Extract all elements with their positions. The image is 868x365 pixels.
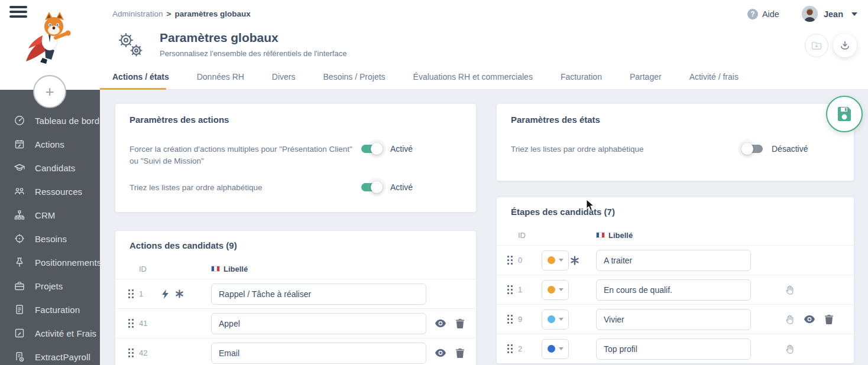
toggle-switch[interactable] <box>743 145 763 153</box>
sidebar-item-ressources[interactable]: Ressources <box>0 180 100 203</box>
libelle-input[interactable] <box>211 313 426 334</box>
delete-button[interactable] <box>456 319 464 328</box>
sidebar-item-crm[interactable]: CRM <box>0 203 100 227</box>
breadcrumb-administration[interactable]: Administration <box>112 9 163 18</box>
table-row: 0 <box>497 245 854 275</box>
tab-evaluations[interactable]: Évaluations RH et commerciales <box>413 72 533 89</box>
tab-actions-etats[interactable]: Actions / états <box>112 72 169 89</box>
import-folder-button[interactable] <box>805 34 828 57</box>
toggle-switch[interactable] <box>361 145 381 153</box>
sidebar-item-activite-et-frais[interactable]: Activité et Frais <box>0 321 100 345</box>
toggle-state-label: Désactivé <box>772 144 808 154</box>
color-dot <box>548 286 555 294</box>
libelle-input[interactable] <box>211 283 426 305</box>
drag-handle-icon[interactable] <box>507 315 513 324</box>
french-flag-icon <box>211 266 220 272</box>
asterisk-icon <box>175 289 184 298</box>
sidebar: + Tableau de bord Actions Candidats Ress… <box>0 0 100 365</box>
table-row: 9 <box>497 304 854 334</box>
tab-divers[interactable]: Divers <box>272 72 296 89</box>
libelle-input[interactable] <box>596 309 751 330</box>
color-select[interactable] <box>542 280 569 300</box>
color-select[interactable] <box>542 250 569 271</box>
download-button[interactable] <box>833 34 857 57</box>
target-icon <box>13 232 26 245</box>
user-name[interactable]: Jean <box>824 9 843 19</box>
tab-besoins-projets[interactable]: Besoins / Projets <box>323 72 386 89</box>
tab-bar: Actions / états Données RH Divers Besoin… <box>112 72 766 89</box>
sidebar-item-besoins[interactable]: Besoins <box>0 227 100 250</box>
plus-icon: + <box>45 84 54 99</box>
toggle-switch[interactable] <box>361 183 381 191</box>
drag-handle-icon[interactable] <box>128 348 134 357</box>
document-clock-icon <box>13 350 26 363</box>
caret-down-icon <box>559 259 563 262</box>
drag-hand-button[interactable] <box>785 314 794 324</box>
question-icon: ? <box>747 9 758 19</box>
drag-handle-icon[interactable] <box>128 289 134 298</box>
libelle-input[interactable] <box>596 250 751 271</box>
card-parametres-des-etats: Paramètres des états Triez les listes pa… <box>497 104 854 181</box>
delete-button[interactable] <box>456 348 464 358</box>
libelle-input[interactable] <box>596 279 751 301</box>
sidebar-item-positionnements[interactable]: Positionnements <box>0 250 100 274</box>
french-flag-icon <box>596 232 605 238</box>
setting-row: Triez les listes par ordre alphabétique … <box>511 144 840 155</box>
user-avatar[interactable] <box>802 6 818 22</box>
table-row: 42 <box>115 338 476 365</box>
visibility-button[interactable] <box>435 349 446 357</box>
graduation-cap-icon <box>13 161 26 174</box>
folder-download-icon <box>811 40 822 51</box>
hand-icon <box>785 344 794 354</box>
invoice-icon <box>13 303 26 316</box>
column-header-id: ID <box>518 231 542 240</box>
sitemap-icon <box>13 208 26 221</box>
hand-icon <box>785 314 794 324</box>
libelle-input[interactable] <box>211 343 426 364</box>
delete-button[interactable] <box>825 315 833 324</box>
visibility-button[interactable] <box>804 315 815 323</box>
chevron-down-icon[interactable] <box>851 12 857 16</box>
color-dot <box>548 256 555 264</box>
setting-row: Forcer la création d'actions multiples p… <box>129 144 462 167</box>
card-title: Paramètres des actions <box>129 115 462 125</box>
color-select[interactable] <box>542 309 569 330</box>
tab-partager[interactable]: Partager <box>630 72 662 89</box>
setting-row: Triez les listes par ordre alphabétique … <box>129 182 462 194</box>
sidebar-item-projets[interactable]: Projets <box>0 274 100 298</box>
add-button[interactable]: + <box>33 75 66 108</box>
drag-handle-icon[interactable] <box>507 344 513 353</box>
eye-icon <box>435 320 446 327</box>
lightning-bolt-icon <box>161 289 169 299</box>
sidebar-item-facturation[interactable]: Facturation <box>0 298 100 321</box>
sidebar-item-tableau-de-bord[interactable]: Tableau de bord <box>0 109 100 132</box>
caret-down-icon <box>559 288 563 291</box>
color-select[interactable] <box>542 339 569 359</box>
libelle-input[interactable] <box>596 338 751 360</box>
card-actions-des-candidats: Actions des candidats (9) ID Libellé 1 <box>115 231 476 365</box>
sidebar-item-candidats[interactable]: Candidats <box>0 156 100 180</box>
edit-square-icon <box>13 327 26 340</box>
help-button[interactable]: ? Aide <box>747 9 779 19</box>
drag-handle-icon[interactable] <box>128 319 134 328</box>
save-button[interactable] <box>826 96 863 132</box>
sidebar-nav: Tableau de bord Actions Candidats Ressou… <box>0 109 100 365</box>
tab-facturation[interactable]: Facturation <box>561 72 602 89</box>
top-bar: Administration > paramètres globaux ? Ai… <box>100 0 868 90</box>
column-header-libelle: Libellé <box>211 265 426 273</box>
visibility-button[interactable] <box>435 320 446 327</box>
drag-handle-icon[interactable] <box>507 285 513 294</box>
tab-activite-frais[interactable]: Activité / frais <box>689 72 739 89</box>
drag-hand-button[interactable] <box>785 285 794 295</box>
column-header-id: ID <box>139 265 161 273</box>
sidebar-item-actions[interactable]: Actions <box>0 132 100 156</box>
sidebar-item-extractpayroll[interactable]: ExtractPayroll <box>0 345 100 365</box>
drag-hand-button[interactable] <box>785 344 794 354</box>
tab-donnees-rh[interactable]: Données RH <box>197 72 244 89</box>
color-dot <box>548 345 555 353</box>
table-header-row: ID Libellé <box>497 225 854 245</box>
page-subtitle: Personnalisez l'ensemble des référentiel… <box>160 49 346 58</box>
hand-icon <box>785 285 794 295</box>
drag-handle-icon[interactable] <box>507 256 513 265</box>
card-parametres-des-actions: Paramètres des actions Forcer la créatio… <box>115 104 476 212</box>
